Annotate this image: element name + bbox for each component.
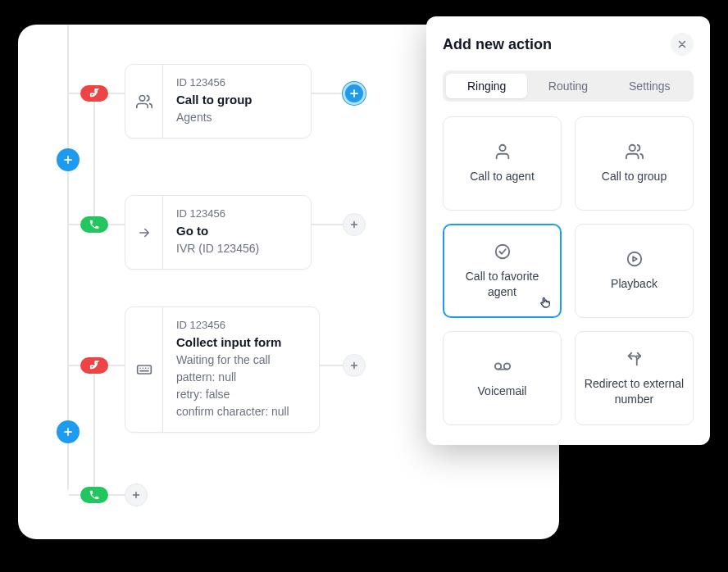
svg-point-0 (139, 95, 145, 101)
node-icon (125, 307, 163, 432)
plus-icon (62, 154, 74, 166)
add-after-node[interactable] (125, 483, 148, 506)
node-icon (125, 196, 163, 269)
users-icon (626, 143, 644, 161)
plus-icon (62, 426, 74, 438)
check-circle-icon (494, 243, 512, 261)
node-call-to-group[interactable]: ID 123456 Call to group Agents (125, 64, 312, 138)
node-id: ID 123456 (176, 317, 289, 334)
node-title: Go to (176, 222, 259, 241)
node-line: retry: false (176, 386, 289, 403)
action-label: Redirect to external number (582, 376, 686, 407)
node-id: ID 123456 (176, 206, 259, 222)
action-playback[interactable]: Playback (575, 224, 694, 318)
action-call-to-agent[interactable]: Call to agent (443, 116, 562, 211)
arrow-right-icon (137, 225, 152, 240)
action-voicemail[interactable]: Voicemail (443, 331, 562, 425)
node-body: ID 123456 Collect input form Waiting for… (163, 307, 303, 432)
phone-icon (89, 489, 100, 501)
node-subtitle: Agents (176, 109, 253, 126)
svg-rect-1 (137, 365, 151, 374)
add-branch-button[interactable] (57, 420, 80, 443)
play-circle-icon (626, 250, 644, 268)
close-button[interactable] (671, 33, 694, 56)
plus-icon (348, 88, 360, 99)
plus-icon (348, 360, 360, 371)
answer-pill[interactable] (80, 487, 108, 503)
voicemail-icon (492, 357, 513, 375)
svg-point-7 (503, 363, 509, 369)
action-label: Call to agent (470, 169, 535, 184)
action-grid: Call to agent Call to group Call to favo… (443, 116, 694, 425)
tab-settings[interactable]: Settings (609, 74, 690, 98)
answer-pill[interactable] (80, 216, 108, 233)
connector (93, 367, 95, 492)
add-after-node-active[interactable] (343, 82, 366, 105)
node-title: Collect input form (176, 334, 289, 352)
phone-down-icon (88, 87, 101, 100)
add-branch-button[interactable] (57, 148, 80, 171)
node-body: ID 123456 Go to IVR (ID 123456) (163, 196, 272, 269)
action-call-to-group[interactable]: Call to group (575, 116, 694, 211)
add-after-node[interactable] (343, 354, 366, 377)
node-subtitle: IVR (ID 123456) (176, 240, 259, 257)
modal-header: Add new action (443, 33, 694, 56)
action-label: Call to group (602, 169, 667, 184)
tab-routing[interactable]: Routing (527, 74, 608, 98)
action-label: Voicemail (478, 384, 527, 399)
svg-point-3 (629, 145, 635, 151)
user-icon (494, 143, 512, 161)
svg-point-5 (627, 252, 641, 266)
close-icon (676, 39, 688, 50)
modal-title: Add new action (443, 36, 552, 53)
add-action-modal: Add new action Ringing Routing Settings … (426, 16, 710, 445)
node-icon (125, 65, 163, 138)
node-collect-input[interactable]: ID 123456 Collect input form Waiting for… (125, 306, 320, 433)
hangup-pill[interactable] (80, 85, 108, 102)
svg-point-6 (494, 363, 500, 369)
cursor-icon (539, 295, 552, 310)
tab-ringing[interactable]: Ringing (446, 74, 527, 98)
split-arrows-icon (626, 350, 644, 368)
plus-icon (130, 489, 142, 501)
node-line: pattern: null (176, 369, 289, 386)
hangup-pill[interactable] (80, 357, 108, 374)
node-line: Waiting for the call (176, 352, 289, 369)
keyboard-icon (136, 361, 152, 378)
phone-icon (89, 219, 100, 230)
node-id: ID 123456 (176, 75, 253, 91)
add-after-node[interactable] (343, 213, 366, 236)
node-title: Call to group (176, 91, 253, 110)
action-call-to-favorite-agent[interactable]: Call to favorite agent (443, 224, 562, 318)
svg-point-4 (495, 244, 509, 258)
svg-point-2 (499, 145, 505, 151)
node-line: confirm character: null (176, 403, 289, 420)
users-icon (136, 93, 152, 110)
plus-icon (348, 219, 360, 230)
tab-bar: Ringing Routing Settings (443, 70, 694, 102)
connector (93, 95, 95, 225)
phone-down-icon (88, 359, 101, 372)
node-go-to[interactable]: ID 123456 Go to IVR (ID 123456) (125, 195, 312, 270)
action-redirect-external[interactable]: Redirect to external number (575, 331, 694, 425)
action-label: Playback (611, 276, 657, 292)
node-body: ID 123456 Call to group Agents (163, 65, 266, 138)
